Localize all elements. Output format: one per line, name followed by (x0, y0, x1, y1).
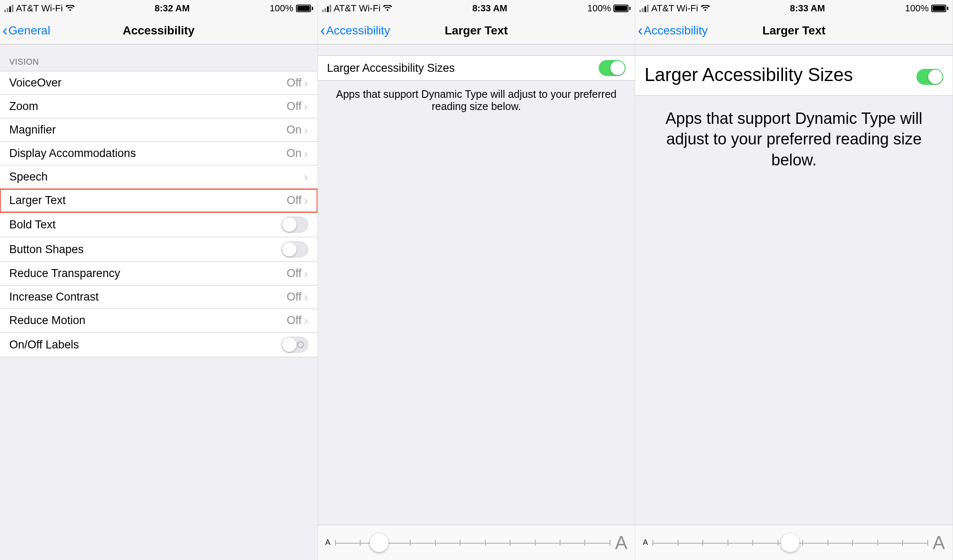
status-bar: AT&T Wi-Fi 8:32 AM 100% (0, 0, 317, 17)
row-label: Button Shapes (9, 243, 281, 256)
back-button[interactable]: ‹ Accessibility (318, 23, 390, 38)
row-label: Larger Text (9, 194, 287, 207)
row-reduce-motion[interactable]: Reduce Motion Off › (0, 309, 317, 332)
status-time: 8:33 AM (472, 3, 508, 14)
row-label: Zoom (9, 100, 287, 113)
text-size-slider[interactable] (653, 534, 927, 551)
chevron-right-icon: › (304, 123, 308, 137)
chevron-right-icon: › (304, 170, 308, 184)
row-larger-accessibility-sizes: Larger Accessibility Sizes (635, 56, 953, 95)
row-label: Larger Accessibility Sizes (644, 64, 916, 85)
screen-larger-text-big: AT&T Wi-Fi 8:33 AM 100% ‹ Accessibility … (635, 0, 953, 560)
chevron-right-icon: › (304, 76, 308, 90)
row-value: On (286, 123, 301, 136)
row-label: Magnifier (9, 123, 286, 136)
status-bar: AT&T Wi-Fi 8:33 AM 100% (635, 0, 953, 17)
back-button[interactable]: ‹ General (0, 23, 50, 38)
row-display-accommodations[interactable]: Display Accommodations On › (0, 142, 317, 165)
cell-signal-icon (322, 5, 331, 12)
chevron-right-icon: › (304, 100, 308, 113)
battery-percent: 100% (270, 3, 293, 14)
dynamic-type-description: Apps that support Dynamic Type will adju… (635, 96, 953, 183)
chevron-right-icon: › (304, 267, 308, 280)
row-label: Bold Text (9, 218, 281, 231)
row-reduce-transparency[interactable]: Reduce Transparency Off › (0, 262, 317, 285)
toggle-larger-accessibility-sizes[interactable] (599, 60, 626, 76)
row-label: Reduce Motion (9, 314, 287, 327)
row-value: On (286, 147, 301, 160)
wifi-icon (65, 5, 75, 12)
status-bar: AT&T Wi-Fi 8:33 AM 100% (318, 0, 635, 17)
toggle-button-shapes[interactable] (281, 241, 308, 257)
row-zoom[interactable]: Zoom Off › (0, 95, 317, 118)
chevron-left-icon: ‹ (638, 23, 643, 38)
row-bold-text: Bold Text (0, 212, 317, 237)
row-label: Increase Contrast (9, 290, 287, 304)
dynamic-type-description: Apps that support Dynamic Type will adju… (318, 81, 635, 120)
chevron-left-icon: ‹ (3, 23, 8, 38)
row-label: Speech (9, 170, 304, 183)
row-larger-accessibility-sizes: Larger Accessibility Sizes (318, 56, 635, 80)
settings-list: Larger Accessibility Sizes (318, 55, 635, 81)
screen-accessibility: AT&T Wi-Fi 8:32 AM 100% ‹ General Access… (0, 0, 318, 560)
toggle-onoff-labels[interactable] (281, 337, 308, 353)
small-a-icon: A (325, 538, 330, 547)
nav-bar: ‹ Accessibility Larger Text (318, 17, 635, 44)
chevron-left-icon: ‹ (320, 23, 325, 38)
battery-percent: 100% (905, 3, 929, 14)
section-header-vision: VISION (0, 44, 317, 71)
row-value: Off (287, 267, 302, 280)
row-onoff-labels: On/Off Labels (0, 332, 317, 357)
large-a-icon: A (615, 532, 627, 553)
chevron-right-icon: › (304, 147, 308, 160)
battery-icon (931, 5, 948, 12)
row-label: On/Off Labels (9, 338, 281, 351)
back-button[interactable]: ‹ Accessibility (635, 23, 707, 38)
row-label: Reduce Transparency (9, 267, 287, 280)
small-a-icon: A (643, 538, 648, 547)
settings-list: Larger Accessibility Sizes (635, 55, 953, 96)
carrier-label: AT&T Wi-Fi (334, 3, 381, 14)
row-value: Off (287, 100, 302, 113)
row-button-shapes: Button Shapes (0, 237, 317, 262)
row-speech[interactable]: Speech › (0, 165, 317, 189)
cell-signal-icon (639, 5, 649, 12)
row-magnifier[interactable]: Magnifier On › (0, 118, 317, 142)
back-label: General (8, 24, 50, 37)
chevron-right-icon: › (304, 194, 308, 207)
row-voiceover[interactable]: VoiceOver Off › (0, 71, 317, 95)
cell-signal-icon (4, 5, 13, 12)
row-label: VoiceOver (9, 76, 287, 89)
text-size-slider[interactable] (335, 534, 610, 551)
row-label: Larger Accessibility Sizes (327, 62, 599, 75)
row-value: Off (287, 76, 302, 89)
row-larger-text[interactable]: Larger Text Off › (0, 189, 317, 212)
back-label: Accessibility (326, 24, 390, 37)
battery-percent: 100% (587, 3, 611, 14)
row-increase-contrast[interactable]: Increase Contrast Off › (0, 285, 317, 309)
screen-larger-text-small: AT&T Wi-Fi 8:33 AM 100% ‹ Accessibility … (318, 0, 636, 560)
row-label: Display Accommodations (9, 147, 286, 160)
carrier-label: AT&T Wi-Fi (16, 3, 63, 14)
text-size-slider-bar: A A (635, 525, 953, 560)
wifi-icon (383, 5, 392, 12)
back-label: Accessibility (644, 24, 707, 37)
chevron-right-icon: › (304, 314, 308, 327)
large-a-icon: A (933, 532, 945, 553)
battery-icon (613, 5, 631, 12)
battery-icon (296, 5, 313, 12)
text-size-slider-bar: A A (318, 525, 635, 560)
settings-list: VoiceOver Off › Zoom Off › Magnifier On … (0, 71, 317, 357)
row-value: Off (287, 194, 302, 207)
toggle-bold-text[interactable] (281, 217, 308, 233)
nav-bar: ‹ General Accessibility (0, 17, 317, 44)
status-time: 8:32 AM (154, 3, 190, 14)
row-value: Off (287, 314, 302, 327)
nav-bar: ‹ Accessibility Larger Text (635, 17, 953, 44)
status-time: 8:33 AM (790, 3, 825, 14)
chevron-right-icon: › (304, 290, 308, 304)
wifi-icon (701, 5, 710, 12)
row-value: Off (287, 290, 302, 304)
toggle-larger-accessibility-sizes[interactable] (916, 69, 943, 85)
carrier-label: AT&T Wi-Fi (651, 3, 698, 14)
